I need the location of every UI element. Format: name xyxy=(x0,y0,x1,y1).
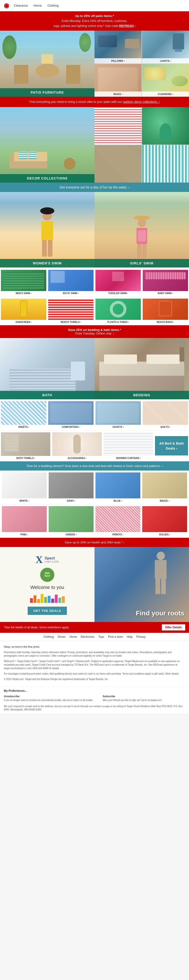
floats-label: FLOATS & TUBES › xyxy=(95,321,141,323)
colors-row-2: PINK › GREEN › PRINTS › SOLIDS › xyxy=(0,504,189,538)
promo-line2: Ends Monday. Extra 15% off furniture, cu… xyxy=(62,19,127,23)
footer-nav-electronics[interactable]: Electronics xyxy=(81,635,95,638)
decor-item-4[interactable] xyxy=(142,145,189,183)
accessories-item[interactable]: ACCESSORIES › xyxy=(51,431,103,460)
nav-links: Clearance Home Clothing xyxy=(14,4,59,7)
shower-curtains-item[interactable]: SHOWER CURTAINS › xyxy=(103,431,154,460)
color-green-item[interactable]: GREEN › xyxy=(48,505,94,537)
bedding-label: BEDDING xyxy=(94,391,189,399)
promo-banner[interactable]: Up to 25% off patio items.* Ends Monday.… xyxy=(0,11,189,31)
color-blue-label: BLUE › xyxy=(95,499,140,502)
nav-clearance[interactable]: Clearance xyxy=(14,4,28,7)
duvets-item[interactable]: DUVETS › xyxy=(94,400,142,429)
boys-swim-item[interactable]: BOYS' SWIM › xyxy=(47,269,94,296)
outdoor-banner[interactable]: Find everything you need to bring a reso… xyxy=(0,97,189,107)
womens-swim-item[interactable]: WOMEN'S SWIM xyxy=(0,192,94,267)
girls-swim-item[interactable]: GIRLS' SWIM xyxy=(94,192,189,267)
footer-nav-help[interactable]: Help xyxy=(127,635,133,638)
decor-section: DECOR COLLECTIONS xyxy=(0,107,189,183)
all-bed-bath-deals[interactable]: All Bed & Bath Deals › xyxy=(155,436,188,455)
shower-curtains-label: SHOWER CURTAINS › xyxy=(104,457,153,460)
sheets-label: SHEETS › xyxy=(1,426,46,428)
baby-swim-item[interactable]: BABY SWIM › xyxy=(142,269,189,296)
beach-towels-item[interactable]: BEACH TOWELS › xyxy=(47,298,94,324)
pref-row: Unsubscribe If you no longer want to rec… xyxy=(4,695,185,702)
nav-home[interactable]: Home xyxy=(34,4,42,7)
beach-bags-item[interactable]: BEACH BAGS › xyxy=(142,298,189,324)
footer-offer-banner: *See full details of all deals. Some res… xyxy=(0,622,189,633)
decor-right-grid xyxy=(94,107,189,183)
nav-clothing[interactable]: Clothing xyxy=(48,4,59,7)
color-blue-item[interactable]: BLUE › xyxy=(94,471,141,503)
sub-title: Subscribe xyxy=(103,695,162,698)
hero-right-grid: PILLOWS › LIGHTS › RUGS › CUSHIONS › xyxy=(94,31,189,97)
bath-label: BATH xyxy=(0,391,94,399)
legal-para4: © 2019 Target.com. Target and the Bullse… xyxy=(4,678,185,681)
unsub-title: Unsubscribe xyxy=(4,695,93,698)
beach-towels-label: BEACH TOWELS › xyxy=(48,321,94,323)
cushions-item[interactable]: CUSHIONS › xyxy=(142,64,189,97)
bedding-item[interactable]: BEDDING xyxy=(94,338,189,399)
toddler-swim-label: TODDLER SWIM › xyxy=(95,292,141,294)
refresh-banner[interactable]: Time for a bedding refresh? Give beds a … xyxy=(0,461,189,471)
floats-item[interactable]: FLOATS & TUBES › xyxy=(94,298,142,324)
footer-nav-shoes[interactable]: Shoes xyxy=(58,635,66,638)
pillows-item[interactable]: PILLOWS › xyxy=(94,31,141,64)
boys-swim-label: BOYS' SWIM › xyxy=(48,292,94,294)
dna-right[interactable]: Find your roots xyxy=(94,547,189,622)
color-prints-label: PRINTS › xyxy=(95,533,140,536)
decor-item-1[interactable] xyxy=(94,107,141,145)
color-pink-label: PINK › xyxy=(2,533,47,536)
promo-code: REFRESH xyxy=(119,24,134,28)
offer-details-btn[interactable]: Offer Details xyxy=(162,624,185,630)
color-white-item[interactable]: WHITE › xyxy=(1,471,48,503)
footer-nav-home[interactable]: Home xyxy=(69,635,77,638)
footer-nav-privacy[interactable]: Privacy xyxy=(136,635,146,638)
cushions-label: CUSHIONS › xyxy=(142,92,189,97)
toddler-swim-item[interactable]: TODDLER SWIM › xyxy=(94,269,142,296)
mens-swim-item[interactable]: MEN'S SWIM › xyxy=(0,269,47,296)
bath-item[interactable]: BATH xyxy=(0,338,94,399)
bath-bed-hero: BATH BEDDING xyxy=(0,338,189,399)
sheets-item[interactable]: SHEETS › xyxy=(0,400,47,429)
bath-towels-label: BATH TOWELS › xyxy=(1,457,50,460)
color-gray-item[interactable]: GRAY › xyxy=(48,471,94,503)
comforters-item[interactable]: COMFORTERS › xyxy=(47,400,94,429)
linen-row: SHEETS › COMFORTERS › DUVETS › QUILTS › xyxy=(0,399,189,430)
comforters-label: COMFORTERS › xyxy=(48,426,94,428)
bedding-banner[interactable]: Save 25% on bedding & bath items.* Ends … xyxy=(0,325,189,338)
decor-left-item[interactable]: DECOR COLLECTIONS xyxy=(0,107,94,183)
rugs-item[interactable]: RUGS › xyxy=(94,64,141,97)
color-beige-item[interactable]: BEIGE › xyxy=(141,471,188,503)
footer-nav-findstore[interactable]: Find a store xyxy=(108,635,123,638)
decor-item-2[interactable] xyxy=(142,107,189,145)
color-solids-item[interactable]: SOLIDS › xyxy=(141,505,188,537)
patio-furniture-item[interactable]: PATIO FURNITURE xyxy=(0,31,94,97)
my-preferences-section: My Preferences... Unsubscribe If you no … xyxy=(0,687,189,714)
footer-nav-clothing[interactable]: Clothing xyxy=(43,635,54,638)
swim-banner[interactable]: Get everyone set for a day of fun by the… xyxy=(0,183,189,192)
color-solids-label: SOLIDS › xyxy=(142,533,187,536)
dna-get-deals-btn[interactable]: GET THE DEALS xyxy=(28,607,67,615)
color-prints-item[interactable]: PRINTS › xyxy=(94,505,141,537)
color-pink-item[interactable]: PINK › xyxy=(1,505,48,537)
outdoor-link[interactable]: outdoor decor collections. › xyxy=(123,100,160,103)
legal-section: Okay, so here's the fine print. Promotio… xyxy=(0,641,189,687)
bedding-line1: Save 25% on bedding & bath items.* xyxy=(68,328,121,332)
sunscreen-item[interactable]: SUNSCREEN › xyxy=(0,298,47,324)
dna-right-title: Find your roots xyxy=(136,609,184,617)
footer-nav-toys[interactable]: Toys xyxy=(98,635,104,638)
dna-banner[interactable]: Save up to 20% on health and DNA tests.*… xyxy=(0,538,189,547)
decor-item-3[interactable] xyxy=(94,145,141,183)
quilts-label: QUILTS › xyxy=(143,426,188,428)
bath-towels-item[interactable]: BATH TOWELS › xyxy=(0,431,51,460)
cant-respond-text: We can't respond to emails sent to this … xyxy=(4,705,185,711)
lights-item[interactable]: LIGHTS › xyxy=(142,31,189,64)
color-gray-label: GRAY › xyxy=(49,499,94,502)
quilts-item[interactable]: QUILTS › xyxy=(142,400,189,429)
target-logo[interactable]: ◉ xyxy=(4,2,9,9)
legal-intro: Okay, so here's the fine print. xyxy=(4,645,185,649)
dna-section: X Xpect health & DNA DNATEST Welcome to … xyxy=(0,547,189,622)
colors-row-1: WHITE › GRAY › BLUE › BEIGE › xyxy=(0,471,189,504)
dna-x-logo: X xyxy=(36,554,43,565)
